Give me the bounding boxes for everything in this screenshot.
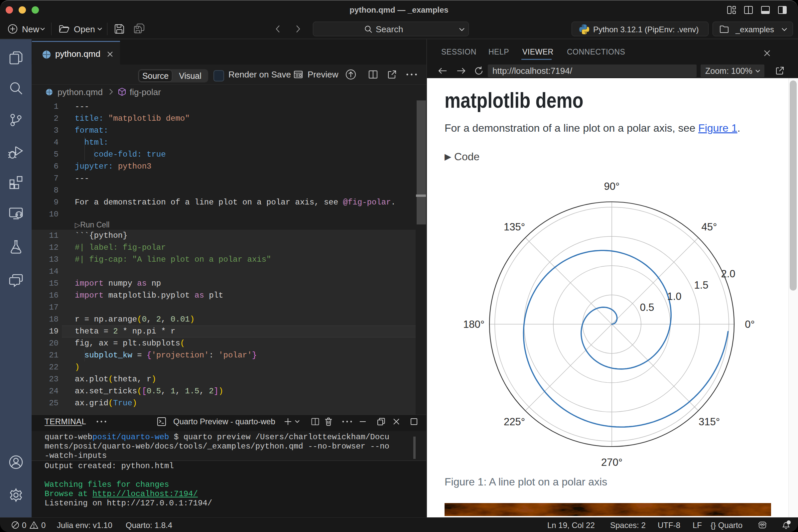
svg-text:270°: 270° bbox=[601, 457, 623, 468]
svg-text:0°: 0° bbox=[745, 319, 755, 330]
svg-text:90°: 90° bbox=[604, 180, 620, 192]
svg-text:2.0: 2.0 bbox=[721, 268, 735, 280]
svg-text:1.5: 1.5 bbox=[694, 279, 708, 291]
svg-text:180°: 180° bbox=[463, 319, 484, 330]
svg-text:45°: 45° bbox=[702, 221, 717, 233]
svg-text:1.0: 1.0 bbox=[667, 291, 681, 302]
svg-text:135°: 135° bbox=[504, 221, 525, 233]
svg-text:0.5: 0.5 bbox=[640, 302, 654, 313]
svg-text:315°: 315° bbox=[699, 416, 720, 428]
svg-text:225°: 225° bbox=[504, 416, 525, 428]
